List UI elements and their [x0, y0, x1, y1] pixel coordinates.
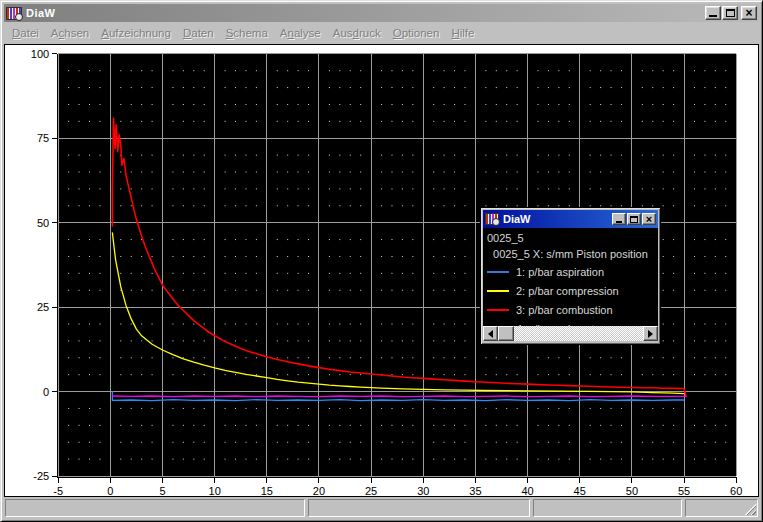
status-panel-4: [685, 499, 758, 517]
legend-color-swatch: [487, 309, 509, 311]
x-tick-label: 55: [678, 485, 690, 497]
minimize-icon: [616, 221, 622, 223]
maximize-button[interactable]: [722, 6, 738, 20]
x-tick-label: 5: [159, 485, 165, 497]
status-bar: [4, 498, 759, 518]
legend-entry-label: 2: p/bar compression: [516, 285, 619, 297]
legend-window-titlebar[interactable]: DiaW ×: [483, 210, 658, 228]
x-tick-label: 60: [730, 485, 742, 497]
chart-client-area: -250255075100-5051015202530354045505560 …: [4, 44, 759, 497]
menu-item-datei[interactable]: Datei: [6, 22, 45, 44]
scrollbar-track[interactable]: [514, 326, 643, 341]
x-axis-description: 0025_5 X: s/mm Piston position: [483, 246, 658, 262]
x-tick-label: 45: [574, 485, 586, 497]
menu-bar: DateiAchsenAufzeichnungDatenSchemaAnalys…: [4, 22, 759, 44]
minimize-button[interactable]: [705, 6, 721, 20]
x-tick-label: -5: [53, 485, 63, 497]
main-window: DiaW × DateiAchsenAufzeichnungDatenSchem…: [0, 0, 763, 522]
menu-item-aufzeichnung[interactable]: Aufzeichnung: [95, 22, 177, 44]
y-tick-label: 25: [37, 301, 49, 313]
legend-minimize-button[interactable]: [612, 213, 626, 225]
legend-entry-combustion: 3: p/bar combustion: [483, 300, 658, 319]
menu-item-optionen[interactable]: Optionen: [387, 22, 446, 44]
dataset-id: 0025_5: [483, 228, 658, 246]
maximize-icon: [630, 216, 638, 223]
legend-entry-exhaust: 4: p/bar exhaust: [483, 319, 658, 326]
legend-color-swatch: [487, 271, 509, 273]
close-button[interactable]: ×: [741, 6, 757, 20]
right-arrow-icon: [648, 330, 653, 338]
window-controls: ×: [704, 6, 757, 20]
x-tick-label: 30: [417, 485, 429, 497]
legend-entry-aspiration: 1: p/bar aspiration: [483, 262, 658, 281]
scrollbar-thumb[interactable]: [498, 326, 514, 341]
legend-window[interactable]: DiaW × 0025_5 0025_5 X: s/mm Piston posi…: [480, 207, 661, 345]
status-panel-2: [308, 499, 530, 517]
menu-item-achsen[interactable]: Achsen: [45, 22, 95, 44]
x-tick-label: 50: [626, 485, 638, 497]
maximize-icon: [726, 9, 735, 17]
window-title: DiaW: [26, 7, 704, 19]
x-tick-label: 25: [365, 485, 377, 497]
legend-window-body: 0025_5 0025_5 X: s/mm Piston position 1:…: [483, 228, 658, 326]
menu-item-ausdruck[interactable]: Ausdruck: [327, 22, 387, 44]
x-tick-label: 10: [209, 485, 221, 497]
close-icon: ×: [745, 8, 752, 18]
legend-entry-compression: 2: p/bar compression: [483, 281, 658, 300]
menu-item-hilfe[interactable]: Hilfe: [445, 22, 480, 44]
x-tick-label: 20: [313, 485, 325, 497]
legend-maximize-button[interactable]: [627, 213, 641, 225]
minimize-icon: [709, 15, 717, 17]
y-tick-label: 75: [37, 132, 49, 144]
x-tick-label: 15: [261, 485, 273, 497]
y-tick-label: 0: [43, 386, 49, 398]
legend-close-button[interactable]: ×: [642, 213, 656, 225]
diaw-app-icon: [6, 7, 22, 20]
scroll-left-button[interactable]: [483, 326, 498, 341]
legend-entry-label: 1: p/bar aspiration: [516, 266, 604, 278]
legend-entry-label: 3: p/bar combustion: [516, 304, 613, 316]
x-tick-label: 40: [521, 485, 533, 497]
legend-scrollbar[interactable]: [483, 326, 658, 341]
main-titlebar[interactable]: DiaW ×: [4, 4, 759, 22]
menu-item-schema[interactable]: Schema: [220, 22, 274, 44]
legend-color-swatch: [487, 290, 509, 292]
y-tick-label: 100: [31, 48, 49, 60]
menu-item-analyse[interactable]: Analyse: [274, 22, 327, 44]
y-tick-label: -25: [33, 470, 49, 482]
series-exhaust: [112, 396, 686, 397]
close-icon: ×: [646, 215, 652, 224]
status-panel-3: [533, 499, 682, 517]
x-tick-label: 35: [469, 485, 481, 497]
resize-grip[interactable]: [743, 502, 756, 515]
menu-item-daten[interactable]: Daten: [177, 22, 220, 44]
scroll-right-button[interactable]: [643, 326, 658, 341]
y-tick-label: 50: [37, 217, 49, 229]
legend-entries: 1: p/bar aspiration2: p/bar compression3…: [483, 262, 658, 326]
legend-window-title: DiaW: [503, 213, 611, 225]
status-panel-1: [5, 499, 305, 517]
x-tick-label: 0: [107, 485, 113, 497]
diaw-app-icon: [485, 213, 499, 225]
left-arrow-icon: [488, 330, 493, 338]
